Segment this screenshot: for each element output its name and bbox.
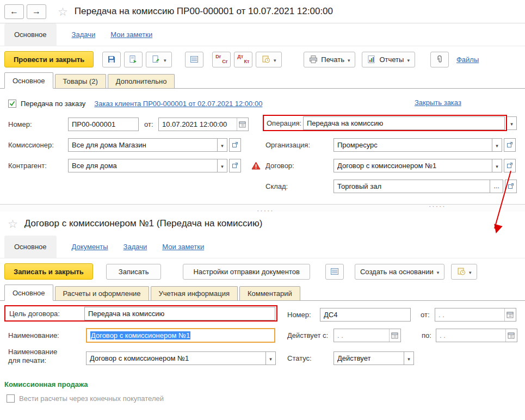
organization-dropdown-button[interactable] [492,138,502,152]
order-checkbox[interactable] [8,100,16,108]
close-order-link[interactable]: Закрыть заказ [415,98,461,107]
operation-dropdown-button[interactable] [507,116,517,130]
warehouse-open-button[interactable] [505,180,517,193]
print-name-input[interactable]: Договор с комиссионером №1 [86,351,266,365]
forward-button[interactable] [27,4,46,19]
operation-input[interactable]: Передача на комиссию [303,116,505,130]
counterparty-open-button[interactable] [229,159,241,172]
files-link[interactable]: Файлы [456,55,479,64]
attachments-button[interactable] [430,52,449,67]
organization-input[interactable]: Промресурс [333,138,492,152]
open-in-new-icon [508,183,514,189]
name-input[interactable]: Договор с комиссионером №1 [86,328,275,343]
send-settings-button[interactable]: Настройки отправки документов [183,264,310,280]
favorite-star-icon[interactable] [58,6,68,17]
post-button[interactable] [124,52,143,67]
postings-drcr-button[interactable]: DrCr [212,52,231,67]
commission-sale-section-header: Комиссионная продажа [4,380,88,388]
favorite-star-icon[interactable] [8,218,18,230]
purpose-input[interactable]: Передача на комиссию [84,307,275,320]
calendar-button[interactable] [237,118,248,131]
customer-order-link[interactable]: Заказ клиента ПР00-000001 от 02.07.2021 … [94,100,262,108]
history-menu-button[interactable] [451,264,477,280]
window2-titlebar: Договор с комиссионером №1 (Передача на … [0,212,525,236]
settlements-checkbox[interactable] [7,394,15,403]
nav-item-documents[interactable]: Документы [72,236,108,258]
create-based-on-icon [152,55,160,64]
contract-number-input[interactable]: ДС4 [320,308,411,322]
tab-goods[interactable]: Товары (2) [55,74,106,88]
reports-button[interactable]: Отчеты [362,52,415,67]
warehouse-input[interactable]: Торговый зал [333,180,490,193]
drcr-icon: DrCr [215,54,227,64]
contract-dropdown-button[interactable] [492,159,502,172]
nav-item-notes[interactable]: Мои заметки [110,23,152,46]
print-button[interactable]: Печать [304,52,355,67]
window2-toolbar: Записать и закрыть Записать Настройки от… [0,258,525,285]
warehouse-choose-button[interactable]: ... [490,180,503,193]
create-based-on-label: Создать на основании [360,268,434,276]
post-and-close-button[interactable]: Провести и закрыть [4,51,94,67]
valid-from-label: Действует с: [287,331,333,339]
valid-from-input[interactable]: . . [333,329,401,342]
contract-input[interactable]: Договор с комиссионером №1 [333,159,492,172]
name-label: Наименование: [8,331,86,339]
number-input[interactable]: ПР00-000001 [68,118,139,131]
back-icon [10,7,18,16]
date-input[interactable]: 10.07.2021 12:00:00 [158,118,249,131]
nav-item-main[interactable]: Основное [4,23,57,46]
print-name-dropdown-button[interactable] [266,351,276,365]
splitter-handle[interactable] [257,208,274,213]
commissioner-dropdown-button[interactable] [218,138,227,152]
settlements-checkbox-label: Вести расчеты через конечных покупателей [19,394,164,403]
calendar-button[interactable] [389,329,400,342]
valid-to-input[interactable]: . . [436,329,517,342]
calendar-button[interactable] [504,308,515,321]
nav-item-tasks[interactable]: Задачи [123,236,147,258]
calendar-icon [507,311,514,318]
commissioner-open-button[interactable] [229,138,241,152]
open-in-new-icon [232,162,238,169]
history-menu-button[interactable] [256,52,282,67]
calendar-icon [239,121,246,128]
open-in-new-icon [232,141,238,148]
forward-icon [32,7,41,16]
contract-open-button[interactable] [504,159,516,172]
tab-additional[interactable]: Дополнительно [108,74,175,88]
tab-main[interactable]: Основное [4,285,53,301]
nav-item-main[interactable]: Основное [4,236,57,258]
status-dropdown-button[interactable] [404,351,414,365]
organization-open-button[interactable] [504,138,516,152]
calendar-button[interactable] [505,329,516,342]
tab-comment[interactable]: Комментарий [239,286,300,300]
purpose-highlight: Цель договора: Передача на комиссию [4,305,277,322]
chevron-down-icon [221,162,224,170]
back-button[interactable] [4,4,24,19]
window-splitter[interactable] [0,204,525,212]
document-movements-button[interactable] [325,264,344,280]
calendar-icon [391,332,398,339]
document-movements-button[interactable] [185,52,203,67]
valid-to-label: по: [422,331,436,339]
commissioner-input[interactable]: Все для дома Магазин [68,138,218,152]
create-based-on-button[interactable]: Создать на основании [355,264,444,280]
save-button[interactable]: Записать [106,264,162,280]
contract-from-input[interactable]: . . [435,308,516,322]
tab-main[interactable]: Основное [4,72,53,89]
app-window: Передача на комиссию ПР00-000001 от 10.0… [0,0,525,420]
date-label: от: [144,120,158,128]
save-button[interactable] [102,52,121,67]
create-based-on-button[interactable] [146,52,172,67]
nav-item-notes[interactable]: Мои заметки [162,236,204,258]
status-input[interactable]: Действует [333,351,404,365]
counterparty-input[interactable]: Все для дома [68,159,218,172]
postings-dtkt-button[interactable]: ДтКт [234,52,252,67]
tab-settlements[interactable]: Расчеты и оформление [55,286,149,300]
nav-item-tasks[interactable]: Задачи [72,23,96,46]
splitter-handle[interactable] [429,203,446,209]
counterparty-dropdown-button[interactable] [218,159,227,172]
tab-accounting-info[interactable]: Учетная информация [151,286,238,300]
save-and-close-button[interactable]: Записать и закрыть [4,263,93,280]
chevron-down-icon [496,141,498,149]
report-icon [367,55,376,64]
